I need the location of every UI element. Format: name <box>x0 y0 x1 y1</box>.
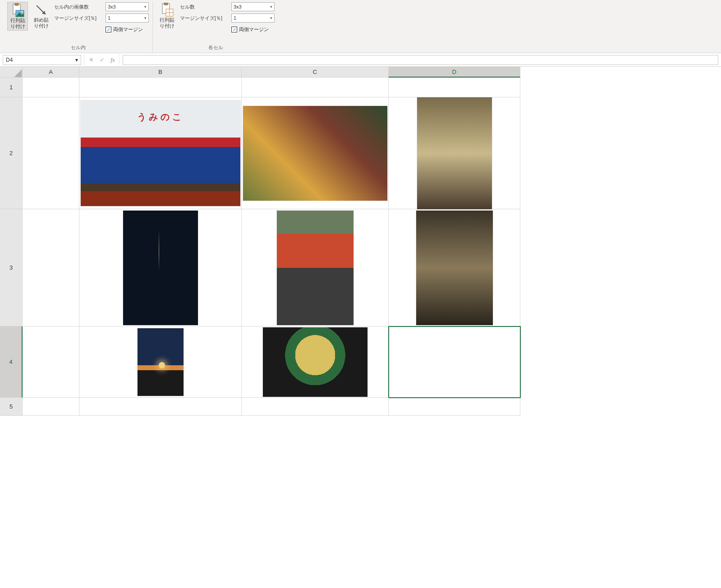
paste-matrix-button-2[interactable]: 行列貼 り付け <box>156 2 177 30</box>
name-box[interactable]: D4 ▾ <box>3 55 81 65</box>
chevron-down-icon: ▾ <box>75 57 78 63</box>
checkbox-checked-icon: ✓ <box>231 27 237 32</box>
spreadsheet-grid[interactable]: ABCD 12345 <box>0 67 721 450</box>
cell-count-dropdown[interactable]: 3x3 ▾ <box>231 2 275 11</box>
chevron-down-icon: ▾ <box>144 5 147 9</box>
svg-rect-1 <box>15 3 18 5</box>
margin-size-value-2: 1 <box>234 15 236 21</box>
images-per-cell-dropdown[interactable]: 3x3 ▾ <box>106 2 149 11</box>
paste-matrix-label: 行列貼 り付け <box>10 18 25 29</box>
image-content <box>81 101 240 206</box>
fx-button[interactable]: fx <box>108 55 118 65</box>
ribbon-group-label-eachcell: 各セル <box>208 43 223 53</box>
cell-C5[interactable] <box>242 398 389 416</box>
checkbox-checked-icon: ✓ <box>106 27 111 32</box>
select-all-corner[interactable] <box>0 67 23 78</box>
cell-count-label: セル数 <box>180 4 230 10</box>
cell-A5[interactable] <box>23 398 79 416</box>
formula-input[interactable] <box>123 55 718 65</box>
both-margins-label-2: 両側マージン <box>239 26 269 33</box>
svg-rect-8 <box>164 3 168 5</box>
ribbon: 行列貼 り付け 斜め貼 り付け セル内の画像数 3x3 ▾ マージンサイズ[％] <box>0 0 721 53</box>
cell-A1[interactable] <box>23 78 79 97</box>
cell-C1[interactable] <box>242 78 389 97</box>
svg-marker-12 <box>14 69 22 77</box>
paste-diagonal-button[interactable]: 斜め貼 り付け <box>31 2 51 30</box>
ribbon-group-cell-inside: 行列貼 り付け 斜め貼 り付け セル内の画像数 3x3 ▾ マージンサイズ[％] <box>4 2 153 53</box>
paste-diagonal-label: 斜め貼 り付け <box>34 17 49 29</box>
image-content <box>243 106 387 201</box>
both-margins-checkbox-2[interactable]: ✓ 両側マージン <box>231 26 269 33</box>
image-thumb[interactable] <box>81 101 240 206</box>
ribbon-group-each-cell: 行列貼 り付け セル数 3x3 ▾ マージンサイズ[％] 1 ▾ <box>153 2 278 53</box>
chevron-down-icon: ▾ <box>270 5 272 9</box>
formula-bar: D4 ▾ ✕ ✓ fx <box>0 53 721 67</box>
image-thumb[interactable] <box>243 106 387 201</box>
chevron-down-icon: ▾ <box>270 16 272 20</box>
svg-point-4 <box>21 11 23 13</box>
col-header-D[interactable]: D <box>389 67 520 78</box>
col-header-A[interactable]: A <box>23 67 79 78</box>
margin-size-dropdown-2[interactable]: 1 ▾ <box>231 14 275 23</box>
images-per-cell-value: 3x3 <box>108 4 116 9</box>
cell-A4[interactable] <box>23 326 79 398</box>
cell-B1[interactable] <box>79 78 242 97</box>
name-box-value: D4 <box>6 57 13 63</box>
cell-count-value: 3x3 <box>234 4 242 9</box>
image-content <box>123 211 198 325</box>
margin-size-value: 1 <box>108 15 110 21</box>
row-header-4[interactable]: 4 <box>0 326 23 398</box>
image-thumb[interactable] <box>417 97 492 209</box>
image-content <box>417 97 492 209</box>
clipboard-image-icon <box>10 3 25 18</box>
images-per-cell-label: セル内の画像数 <box>54 4 104 10</box>
cell-A2[interactable] <box>23 97 79 209</box>
both-margins-checkbox[interactable]: ✓ 両側マージン <box>106 26 143 33</box>
image-content <box>277 211 354 325</box>
cell-A3[interactable] <box>23 209 79 326</box>
col-header-B[interactable]: B <box>79 67 242 78</box>
accept-formula-button[interactable]: ✓ <box>97 55 107 65</box>
row-header-2[interactable]: 2 <box>0 97 23 209</box>
image-thumb[interactable] <box>416 211 493 325</box>
paste-matrix-button[interactable]: 行列貼 り付け <box>7 2 28 31</box>
margin-size-dropdown[interactable]: 1 ▾ <box>106 14 149 23</box>
both-margins-label: 両側マージン <box>113 26 143 33</box>
cell-D1[interactable] <box>389 78 520 97</box>
ribbon-group-label-cellinside: セル内 <box>71 43 86 53</box>
cell-D4[interactable] <box>389 326 520 398</box>
image-content <box>138 328 184 396</box>
image-thumb[interactable] <box>277 211 354 325</box>
image-content <box>263 327 367 397</box>
cell-D5[interactable] <box>389 398 520 416</box>
image-thumb[interactable] <box>123 211 198 325</box>
cancel-formula-button[interactable]: ✕ <box>86 55 96 65</box>
row-header-3[interactable]: 3 <box>0 209 23 326</box>
cell-B5[interactable] <box>79 398 242 416</box>
image-thumb[interactable] <box>138 328 184 396</box>
margin-size-label: マージンサイズ[％] <box>54 15 104 22</box>
col-header-C[interactable]: C <box>242 67 389 78</box>
chevron-down-icon: ▾ <box>144 16 147 20</box>
clipboard-grid-icon <box>160 3 174 17</box>
margin-size-label-2: マージンサイズ[％] <box>180 15 230 22</box>
image-thumb[interactable] <box>263 327 367 397</box>
row-header-1[interactable]: 1 <box>0 78 23 97</box>
image-content <box>416 211 493 325</box>
paste-matrix-label-2: 行列貼 り付け <box>160 17 175 29</box>
row-header-5[interactable]: 5 <box>0 398 23 416</box>
diagonal-arrow-icon <box>34 3 48 17</box>
